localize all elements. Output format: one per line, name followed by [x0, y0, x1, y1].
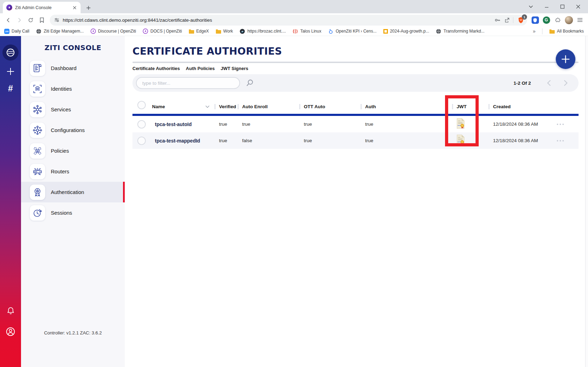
tab-certificate-authorities[interactable]: Certificate Authorities — [132, 66, 180, 71]
site-settings-tune-icon[interactable] — [54, 17, 60, 23]
bookmark-flag-icon[interactable] — [36, 15, 47, 25]
window-controls — [523, 0, 586, 13]
jwt-certificate-icon[interactable] — [456, 134, 465, 145]
talos-icon — [293, 28, 298, 34]
page-title: CERTIFICATE AUTHORITIES — [132, 46, 588, 57]
all-bookmarks-button[interactable]: All Bookmarks — [549, 28, 584, 34]
verified-value: true — [214, 138, 238, 143]
browser-menu-icon[interactable] — [575, 15, 585, 25]
profile-icon[interactable] — [5, 326, 16, 338]
pagination-label: 1-2 Of 2 — [513, 81, 531, 86]
table-row: tpca-test-mappedId true false true true … — [132, 132, 579, 149]
bookmarks-divider — [542, 28, 542, 34]
sidebar-item-policies[interactable]: Policies — [21, 140, 125, 161]
minimize-button[interactable] — [539, 1, 554, 12]
column-header-name[interactable]: Name — [149, 104, 214, 109]
sidebar-item-identities[interactable]: Identities — [21, 78, 125, 99]
ott-auto-value: true — [299, 138, 361, 143]
document-icon — [383, 29, 388, 34]
bookmark-daily-call[interactable]: zm Daily Call — [4, 29, 29, 34]
auth-value: true — [361, 122, 452, 127]
title-divider — [132, 62, 579, 63]
grammarly-extension-icon[interactable]: G — [541, 15, 552, 25]
extensions-puzzle-icon[interactable] — [552, 15, 563, 25]
search-magnifier-icon[interactable] — [245, 78, 255, 88]
sort-chevron-icon — [205, 105, 210, 108]
bookmark-openziti-kpi[interactable]: OpenZiti KPI › Cens... — [328, 28, 377, 34]
services-network-icon — [30, 102, 45, 117]
ca-name-link[interactable]: tpca-test-autoId — [152, 122, 192, 127]
row-actions-button[interactable] — [557, 140, 564, 141]
bookmark-docs-openziti[interactable]: DOCS | OpenZiti — [143, 28, 182, 34]
bookmark-transforming[interactable]: Transforming Markd... — [436, 28, 485, 34]
password-key-icon[interactable] — [494, 17, 501, 23]
tab-auth-policies[interactable]: Auth Policies — [186, 66, 214, 71]
tab-close-icon[interactable] — [71, 5, 78, 11]
filter-bar: 1-2 Of 2 — [132, 74, 579, 92]
kpi-icon — [328, 28, 334, 34]
add-certificate-authority-button[interactable] — [556, 49, 575, 69]
authentication-badge-icon — [30, 185, 45, 200]
forward-icon[interactable] — [14, 15, 25, 25]
page-content: # ZITI CONSOLE Dashboard — [0, 36, 588, 367]
share-icon[interactable] — [504, 17, 510, 23]
sidebar-item-authentication[interactable]: Authentication — [21, 182, 125, 202]
sidebar-item-label: Services — [51, 106, 71, 112]
pagination-prev-icon[interactable] — [544, 78, 553, 88]
ziti-logo-icon[interactable] — [2, 44, 19, 61]
app-rail: # — [0, 36, 21, 367]
notifications-bell-icon[interactable] — [5, 305, 16, 317]
browser-tab[interactable]: Ziti Admin Console — [3, 2, 81, 13]
back-icon[interactable] — [3, 15, 13, 25]
row-actions-button[interactable] — [557, 124, 564, 125]
sidebar-item-sessions[interactable]: Sessions — [21, 202, 125, 223]
rail-hash-icon[interactable]: # — [5, 82, 16, 94]
bookmark-growth-doc[interactable]: 2024-Aug-growth.p... — [383, 29, 429, 34]
auto-enroll-value: true — [238, 122, 299, 127]
maximize-button[interactable] — [554, 1, 570, 12]
bookmark-talos-linux[interactable]: Talos Linux — [293, 28, 321, 34]
ca-table: Name Verified Auto Enroll OTT Auto Auth … — [132, 92, 579, 149]
bookmark-brozac[interactable]: https://brozac.clint.... — [240, 28, 286, 34]
omnibox-divider — [513, 17, 513, 23]
sidebar: ZITI CONSOLE Dashboard Identities — [21, 36, 125, 367]
new-tab-button[interactable] — [83, 3, 93, 13]
reload-icon[interactable] — [25, 15, 36, 25]
sidebar-item-services[interactable]: Services — [21, 99, 125, 120]
address-bar[interactable]: https://ctrl.cdaws.clint.demo.openziti.o… — [50, 15, 527, 26]
browser-window: Ziti Admin Console — [0, 0, 588, 367]
fingerprint-icon — [30, 81, 45, 97]
close-window-button[interactable] — [570, 1, 586, 12]
pagination-next-icon[interactable] — [561, 78, 570, 88]
sidebar-item-dashboard[interactable]: Dashboard — [21, 58, 125, 78]
row-checkbox[interactable] — [137, 137, 146, 145]
tab-jwt-signers[interactable]: JWT Signers — [221, 66, 248, 71]
ca-name-link[interactable]: tpca-test-mappedId — [152, 138, 200, 144]
bitwarden-extension-icon[interactable] — [530, 15, 540, 25]
sidebar-item-routers[interactable]: Routers — [21, 161, 125, 182]
bookmark-ziti-edge[interactable]: Ziti Edge Managem... — [36, 28, 84, 34]
browser-tab-strip: Ziti Admin Console — [0, 0, 588, 13]
bookmark-folder-work[interactable]: Work — [216, 28, 233, 34]
tab-search-icon[interactable] — [523, 1, 539, 12]
profile-avatar[interactable] — [563, 15, 574, 25]
rail-add-icon[interactable] — [5, 65, 16, 77]
page-scrollbar[interactable] — [585, 36, 588, 367]
sidebar-item-configurations[interactable]: Configurations — [21, 120, 125, 140]
configurations-icon — [30, 123, 45, 138]
select-all-checkbox[interactable] — [137, 101, 146, 109]
auto-enroll-value: false — [238, 138, 299, 143]
adblock-shield-icon[interactable]: 1 — [517, 16, 525, 24]
url-text[interactable]: https://ctrl.cdaws.clint.demo.openziti.o… — [63, 18, 491, 23]
bookmark-discourse-openziti[interactable]: Discourse | OpenZiti — [90, 28, 136, 34]
filter-input[interactable] — [136, 77, 240, 89]
openziti-bolt-icon — [90, 28, 96, 34]
column-header-auth: Auth — [361, 104, 452, 109]
column-header-verified: Verified — [214, 104, 238, 109]
row-checkbox[interactable] — [137, 120, 146, 129]
sidebar-item-label: Authentication — [51, 189, 84, 195]
bookmarks-overflow-icon[interactable] — [533, 28, 536, 34]
column-header-auto-enroll: Auto Enroll — [238, 104, 299, 109]
jwt-certificate-icon[interactable] — [456, 118, 465, 129]
bookmark-folder-edgex[interactable]: EdgeX — [189, 28, 209, 34]
